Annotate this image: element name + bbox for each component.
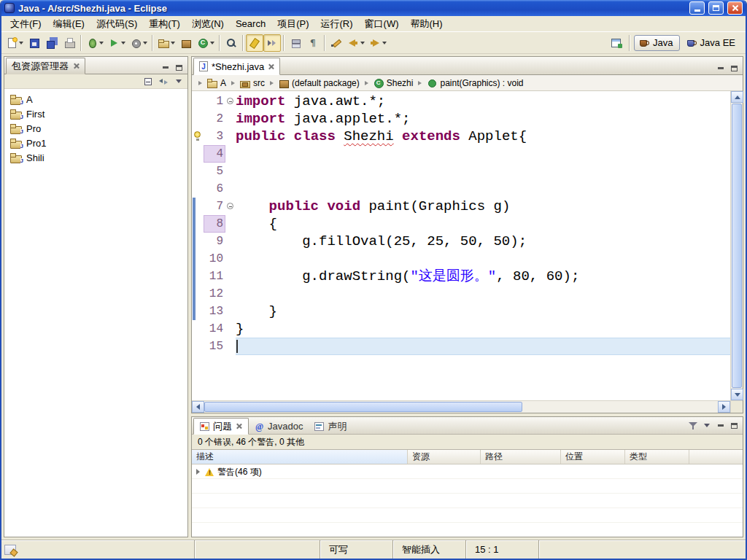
code-area[interactable]: 1import java.awt.*;2import java.applet.*… (192, 91, 730, 400)
fast-view-icon[interactable] (4, 545, 16, 555)
code-line[interactable]: 7 public void paint(Graphics g) (192, 198, 730, 215)
expand-arrow-icon[interactable] (196, 469, 200, 475)
menu-item-6[interactable]: 项目(P) (271, 16, 314, 32)
maximize-button[interactable] (708, 1, 724, 15)
editor-tab-shezhi[interactable]: J *Shezhi.java (193, 58, 280, 75)
column-header-1[interactable]: 资源 (408, 450, 481, 464)
code-line[interactable]: 9 g.fillOval(25, 25, 50, 50); (192, 233, 730, 250)
close-button[interactable] (727, 1, 743, 15)
scroll-up-button[interactable] (731, 91, 743, 103)
print-button[interactable] (61, 34, 78, 52)
fold-collapse-icon[interactable] (227, 203, 233, 209)
forward-button[interactable] (367, 34, 389, 52)
menu-item-0[interactable]: 文件(F) (4, 16, 47, 32)
code-line[interactable]: 1import java.awt.*; (192, 93, 730, 110)
new-package-button[interactable] (177, 34, 195, 52)
close-icon[interactable] (236, 423, 242, 429)
code-line[interactable]: 10 (192, 250, 730, 268)
view-menu-button[interactable] (171, 75, 185, 88)
close-icon[interactable] (73, 63, 80, 69)
run-button[interactable] (106, 34, 128, 52)
tree-item[interactable]: JPro1 (4, 136, 187, 150)
scrollbar-thumb[interactable] (732, 104, 742, 388)
fold-collapse-icon[interactable] (227, 98, 233, 104)
code-line[interactable]: 5 (192, 163, 730, 180)
titlebar[interactable]: Java - A/src/Shezhi.java - Eclipse (1, 0, 746, 16)
column-header-2[interactable]: 路径 (481, 450, 561, 464)
perspective-java-button[interactable]: Java (634, 35, 679, 51)
scroll-down-button[interactable] (731, 389, 743, 400)
back-button[interactable] (345, 34, 367, 52)
problems-tab-2[interactable]: 声明 (309, 418, 352, 435)
code-line[interactable]: 2import java.applet.*; (192, 110, 730, 128)
link-with-editor-button[interactable] (156, 75, 170, 88)
code-line[interactable]: 4 (192, 145, 730, 163)
menu-item-4[interactable]: 浏览(N) (186, 16, 230, 32)
perspective-javaee-button[interactable]: Java EE (681, 35, 742, 51)
breadcrumb-toggle[interactable] (263, 34, 281, 52)
code-line[interactable]: 3public class Shezhi extends Applet{ (192, 128, 730, 145)
menu-item-8[interactable]: 窗口(W) (359, 16, 405, 32)
new-class-button[interactable]: C (195, 34, 217, 52)
menu-item-1[interactable]: 编辑(E) (47, 16, 90, 32)
tree-item[interactable]: JPro (4, 121, 187, 136)
vertical-scrollbar[interactable] (730, 91, 743, 400)
mark-occurrences-toggle[interactable] (246, 34, 263, 52)
last-edit-location-button[interactable] (328, 34, 345, 52)
package-explorer-tab[interactable]: 包资源管理器 (6, 58, 85, 74)
code-line[interactable]: 15 (192, 338, 730, 355)
menu-item-5[interactable]: Search (230, 17, 271, 31)
code-line[interactable]: 11 g.drawString("这是圆形。", 80, 60); (192, 268, 730, 285)
scrollbar-thumb[interactable] (204, 402, 522, 412)
package-explorer-header: 包资源管理器 (4, 57, 187, 74)
problems-tab-0[interactable]: 问题 (193, 418, 249, 435)
debug-button[interactable] (84, 34, 106, 52)
minimize-problems-button[interactable] (713, 419, 727, 432)
code-line[interactable]: 6 (192, 180, 730, 198)
horizontal-scrollbar[interactable] (192, 400, 743, 413)
maximize-problems-button[interactable] (727, 419, 741, 432)
column-header-0[interactable]: 描述 (192, 450, 408, 464)
breadcrumb-item[interactable]: A (206, 77, 228, 89)
problems-tab-1[interactable]: @Javadoc (249, 418, 309, 435)
filter-button[interactable] (686, 419, 700, 432)
maximize-editor-button[interactable] (727, 62, 741, 74)
problems-view-menu-button[interactable] (700, 419, 713, 432)
external-tools-button[interactable] (128, 34, 150, 52)
tree-item[interactable]: JFirst (4, 106, 187, 121)
save-all-button[interactable] (43, 34, 61, 52)
show-whitespace-toggle[interactable]: ¶ (304, 34, 322, 52)
menu-item-3[interactable]: 重构(T) (143, 16, 186, 32)
minimize-view-button[interactable] (158, 61, 172, 74)
tree-item[interactable]: JShili (4, 150, 187, 165)
search-button[interactable] (222, 34, 240, 52)
scroll-right-button[interactable] (718, 401, 730, 413)
code-line[interactable]: 8 { (192, 215, 730, 233)
new-java-project-button[interactable] (155, 34, 177, 52)
column-header-4[interactable]: 类型 (625, 450, 689, 464)
menu-item-2[interactable]: 源代码(S) (90, 16, 143, 32)
scroll-left-button[interactable] (192, 401, 204, 413)
collapse-all-button[interactable] (141, 75, 155, 88)
save-button[interactable] (26, 34, 43, 52)
show-segment-toggle[interactable] (287, 34, 304, 52)
breadcrumb-item[interactable]: CShezhi (372, 77, 415, 89)
breadcrumb-item[interactable]: paint(Graphics) : void (425, 77, 525, 89)
tree-item[interactable]: JA (4, 92, 187, 106)
minimize-editor-button[interactable] (713, 62, 727, 74)
close-icon[interactable] (268, 63, 274, 70)
problems-row[interactable]: !警告(46 项) (192, 464, 743, 479)
code-line[interactable]: 12 (192, 285, 730, 303)
maximize-view-button[interactable] (172, 61, 186, 74)
new-wizard-button[interactable] (4, 34, 26, 52)
code-line[interactable]: 14} (192, 320, 730, 338)
menu-item-9[interactable]: 帮助(H) (404, 16, 448, 32)
scrollbar-track[interactable] (204, 401, 718, 413)
open-perspective-button[interactable] (608, 34, 625, 52)
breadcrumb-item[interactable]: src (239, 77, 266, 89)
menu-item-7[interactable]: 运行(R) (315, 16, 359, 32)
code-line[interactable]: 13 } (192, 303, 730, 320)
column-header-3[interactable]: 位置 (561, 450, 625, 464)
breadcrumb-item[interactable]: (default package) (277, 77, 361, 89)
minimize-button[interactable] (689, 1, 705, 15)
